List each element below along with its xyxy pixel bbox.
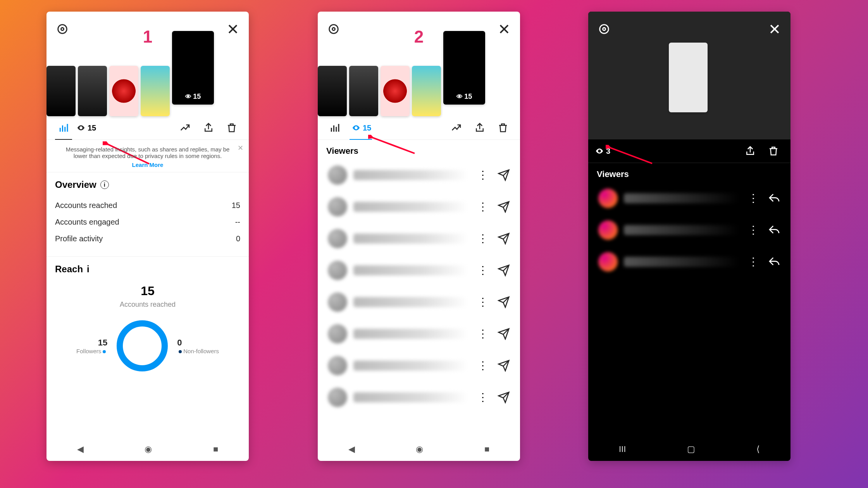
story-strip: 15 bbox=[46, 12, 249, 116]
viewer-row[interactable]: ⋮ bbox=[588, 182, 790, 214]
android-navbar: ◀ ◉ ■ bbox=[46, 438, 249, 461]
row-accounts-engaged[interactable]: Accounts engaged-- bbox=[55, 214, 240, 230]
avatar bbox=[328, 165, 347, 185]
eye-icon bbox=[352, 124, 360, 132]
tab-views[interactable]: 3 bbox=[595, 147, 610, 156]
bar-chart-icon bbox=[329, 122, 341, 134]
nav-home-icon[interactable]: ◉ bbox=[416, 444, 423, 454]
promote-icon[interactable] bbox=[445, 116, 468, 139]
avatar bbox=[328, 324, 347, 344]
overview-title: Overview bbox=[55, 179, 96, 190]
nav-recents-icon[interactable]: ■ bbox=[213, 444, 218, 454]
close-icon[interactable] bbox=[498, 22, 511, 37]
story-thumb-selected[interactable]: 15 bbox=[172, 31, 214, 105]
viewer-name bbox=[353, 202, 468, 212]
story-thumb[interactable] bbox=[46, 66, 76, 116]
row-profile-activity[interactable]: Profile activity0 bbox=[55, 230, 240, 247]
info-icon[interactable]: i bbox=[87, 264, 90, 275]
viewer-name bbox=[624, 225, 739, 235]
learn-more-link[interactable]: Learn More bbox=[62, 162, 233, 168]
send-icon[interactable] bbox=[498, 359, 510, 372]
close-icon[interactable] bbox=[226, 22, 239, 37]
nav-home-icon[interactable]: ◉ bbox=[145, 444, 152, 454]
story-thumb[interactable] bbox=[381, 66, 410, 116]
viewer-row[interactable]: ⋮ bbox=[588, 214, 790, 246]
reply-icon[interactable] bbox=[768, 192, 780, 204]
send-icon[interactable] bbox=[498, 391, 510, 404]
reach-sublabel: Accounts reached bbox=[55, 301, 240, 309]
send-icon[interactable] bbox=[498, 328, 510, 340]
nav-back-icon[interactable]: ◀ bbox=[348, 444, 355, 454]
svg-point-10 bbox=[332, 27, 335, 30]
viewer-row[interactable]: ⋮ bbox=[318, 286, 520, 318]
viewer-row[interactable]: ⋮ bbox=[318, 223, 520, 254]
avatar bbox=[598, 252, 618, 271]
story-thumb[interactable] bbox=[349, 66, 378, 116]
info-icon[interactable]: i bbox=[100, 180, 109, 189]
svg-point-9 bbox=[329, 25, 338, 34]
story-thumb[interactable] bbox=[412, 66, 441, 116]
viewer-row[interactable]: ⋮ bbox=[318, 254, 520, 286]
send-icon[interactable] bbox=[498, 201, 510, 213]
nav-back-icon[interactable]: ◀ bbox=[77, 444, 84, 454]
tab-views[interactable]: 15 bbox=[346, 116, 375, 139]
viewer-name bbox=[624, 193, 739, 203]
insights-notice: ✕ Messaging-related insights, such as sh… bbox=[46, 140, 249, 172]
panel-viewers-light: 2 15 15 bbox=[318, 12, 520, 461]
share-icon[interactable] bbox=[468, 116, 491, 139]
tab-insights[interactable] bbox=[323, 116, 346, 139]
close-icon[interactable] bbox=[768, 22, 781, 37]
share-icon[interactable] bbox=[739, 139, 762, 163]
svg-point-18 bbox=[600, 25, 609, 34]
reach-donut-chart bbox=[117, 320, 168, 371]
viewer-row[interactable]: ⋮ bbox=[318, 350, 520, 381]
settings-icon[interactable] bbox=[598, 22, 611, 37]
story-thumb[interactable] bbox=[141, 66, 170, 116]
android-navbar: ◀ ◉ ■ bbox=[318, 438, 520, 461]
story-thumb[interactable] bbox=[78, 66, 107, 116]
story-thumb[interactable] bbox=[109, 66, 138, 116]
viewer-name bbox=[353, 297, 468, 307]
reply-icon[interactable] bbox=[768, 224, 780, 236]
send-icon[interactable] bbox=[498, 264, 510, 277]
viewer-row[interactable]: ⋮ bbox=[318, 191, 520, 223]
story-thumb[interactable] bbox=[318, 66, 347, 116]
svg-point-1 bbox=[61, 27, 64, 30]
send-icon[interactable] bbox=[498, 232, 510, 245]
row-accounts-reached[interactable]: Accounts reached15 bbox=[55, 197, 240, 214]
promote-icon[interactable] bbox=[174, 116, 197, 139]
tab-insights[interactable] bbox=[52, 116, 75, 139]
nav-home-icon[interactable]: ▢ bbox=[687, 444, 695, 454]
story-thumb-selected[interactable]: 15 bbox=[443, 31, 485, 105]
viewers-title: Viewers bbox=[318, 140, 520, 159]
overview-section: Overviewi Accounts reached15 Accounts en… bbox=[46, 172, 249, 249]
viewer-row[interactable]: ⋮ bbox=[318, 318, 520, 350]
nav-recents-icon[interactable]: III bbox=[619, 444, 626, 454]
settings-icon[interactable] bbox=[56, 22, 69, 37]
viewer-row[interactable]: ⋮ bbox=[588, 246, 790, 278]
nav-recents-icon[interactable]: ■ bbox=[484, 444, 489, 454]
viewers-list: ⋮⋮⋮⋮⋮⋮⋮⋮ bbox=[318, 159, 520, 413]
svg-point-19 bbox=[603, 27, 605, 30]
notice-close-icon[interactable]: ✕ bbox=[238, 144, 243, 152]
reply-icon[interactable] bbox=[768, 256, 780, 268]
android-navbar: III ▢ ⟨ bbox=[588, 438, 790, 461]
settings-icon[interactable] bbox=[327, 22, 340, 37]
tab-views[interactable]: 15 bbox=[77, 124, 96, 132]
viewer-row[interactable]: ⋮ bbox=[318, 159, 520, 191]
share-icon[interactable] bbox=[197, 116, 220, 139]
trash-icon[interactable] bbox=[762, 139, 785, 163]
send-icon[interactable] bbox=[498, 169, 510, 181]
avatar bbox=[328, 356, 347, 375]
legend-nonfollowers: 0Non-followers bbox=[177, 338, 219, 354]
send-icon[interactable] bbox=[498, 296, 510, 308]
viewer-row[interactable]: ⋮ bbox=[318, 381, 520, 413]
viewer-name bbox=[353, 329, 468, 339]
nav-back-icon[interactable]: ⟨ bbox=[756, 444, 760, 454]
trash-icon[interactable] bbox=[491, 116, 515, 139]
panel-viewers-dark: 3 3 Viewers ⋮⋮⋮ III ▢ ⟨ bbox=[588, 12, 790, 461]
avatar bbox=[598, 189, 618, 208]
story-thumb-selected[interactable] bbox=[669, 43, 708, 112]
avatar bbox=[328, 292, 347, 312]
trash-icon[interactable] bbox=[220, 116, 243, 139]
